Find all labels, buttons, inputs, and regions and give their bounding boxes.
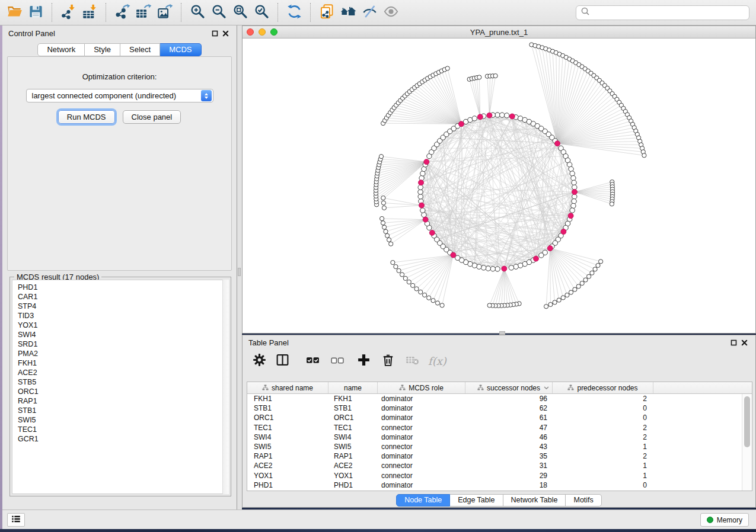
- zoom-fit-button[interactable]: [229, 1, 251, 24]
- import-table-button[interactable]: [79, 1, 100, 24]
- cell-predecessor-nodes: 0: [553, 414, 653, 422]
- tab-network-table[interactable]: Network Table: [503, 494, 566, 507]
- export-table-icon: [136, 4, 152, 22]
- table-row[interactable]: FKH1FKH1dominator962: [247, 394, 752, 403]
- table-row[interactable]: ACE2ACE2connector311: [247, 461, 752, 470]
- network-canvas[interactable]: [243, 39, 755, 333]
- import-network-icon: [60, 4, 76, 22]
- tab-edge-table[interactable]: Edge Table: [450, 494, 503, 507]
- mcds-result-item[interactable]: SWI4: [18, 330, 228, 339]
- mcds-result-item[interactable]: PHD1: [18, 283, 228, 292]
- cell-predecessor-nodes: 1: [553, 443, 653, 451]
- column-header-successor-nodes[interactable]: successor nodes: [465, 382, 553, 393]
- toolbar-separator: [52, 3, 52, 22]
- import-network-button[interactable]: [58, 1, 79, 24]
- mcds-result-item[interactable]: YOX1: [18, 321, 228, 330]
- table-row[interactable]: PHD1PHD1dominator180: [247, 480, 752, 490]
- minimize-window-icon[interactable]: [259, 28, 266, 36]
- zoom-out-icon: [211, 4, 227, 22]
- export-network-button[interactable]: [111, 1, 133, 24]
- close-window-icon[interactable]: [247, 28, 254, 36]
- mcds-result-item[interactable]: TEC1: [18, 425, 228, 434]
- memory-button[interactable]: Memory: [700, 513, 749, 527]
- mcds-result-item[interactable]: SRD1: [18, 339, 228, 349]
- save-session-button[interactable]: [25, 1, 46, 24]
- network-window-title: YPA_prune.txt_1: [243, 28, 755, 37]
- table-row[interactable]: SWI4SWI4dominator462: [247, 432, 752, 442]
- show-columns-button[interactable]: [275, 352, 290, 370]
- export-table-button[interactable]: [133, 1, 154, 24]
- delete-column-button[interactable]: [381, 352, 395, 370]
- column-header-MCDS-role[interactable]: MCDS role: [378, 382, 465, 393]
- close-panel-button[interactable]: Close panel: [123, 110, 181, 124]
- tab-style[interactable]: Style: [85, 43, 120, 56]
- mcds-result-item[interactable]: PMA2: [18, 349, 228, 358]
- apply-layout-button[interactable]: [283, 1, 305, 24]
- open-session-button[interactable]: [4, 1, 25, 24]
- mcds-result-item[interactable]: TID3: [18, 311, 228, 321]
- mcds-result-item[interactable]: STB1: [18, 406, 228, 415]
- float-panel-icon[interactable]: [209, 28, 220, 39]
- mcds-result-item[interactable]: FKH1: [18, 358, 228, 368]
- export-image-button[interactable]: [154, 1, 176, 24]
- mcds-result-item[interactable]: STP4: [18, 302, 228, 311]
- deselect-all-button[interactable]: [330, 352, 344, 370]
- table-row[interactable]: RAP1RAP1dominator352: [247, 451, 752, 461]
- table-row[interactable]: ORC1ORC1dominator610: [247, 413, 752, 422]
- close-table-panel-icon[interactable]: [739, 337, 749, 348]
- tab-mcds[interactable]: MCDS: [160, 43, 201, 56]
- float-table-panel-icon[interactable]: [728, 337, 739, 348]
- table-row[interactable]: YOX1YOX1connector291: [247, 471, 752, 480]
- scrollbar-thumb[interactable]: [744, 396, 750, 447]
- show-all-button[interactable]: [337, 1, 359, 24]
- delete-table-icon: [405, 352, 420, 370]
- mcds-result-item[interactable]: RAP1: [18, 396, 228, 406]
- close-panel-icon[interactable]: [220, 28, 231, 39]
- select-all-button[interactable]: [305, 352, 320, 370]
- mcds-result-item[interactable]: STB5: [18, 377, 228, 387]
- run-mcds-button[interactable]: Run MCDS: [58, 110, 115, 124]
- cell-successor-nodes: 29: [465, 472, 553, 480]
- search-box[interactable]: [576, 5, 749, 20]
- network-window-titlebar[interactable]: YPA_prune.txt_1: [243, 26, 755, 39]
- add-column-button[interactable]: [356, 352, 371, 370]
- table-settings-button[interactable]: [252, 352, 267, 370]
- mcds-result-item[interactable]: CAR1: [18, 292, 228, 302]
- column-header-name[interactable]: name: [328, 382, 378, 393]
- mcds-list-scrollbar[interactable]: [222, 280, 229, 494]
- mcds-result-item[interactable]: SWI5: [18, 415, 228, 425]
- zoom-selected-button[interactable]: [251, 1, 272, 24]
- zoom-out-button[interactable]: [208, 1, 229, 24]
- panel-divider[interactable]: [237, 25, 242, 509]
- hide-eye-icon: [362, 4, 378, 22]
- task-history-button[interactable]: [7, 513, 25, 527]
- criterion-dropdown-value: largest connected component (undirected): [27, 91, 201, 100]
- delete-table-button[interactable]: [405, 352, 420, 370]
- table-row[interactable]: TEC1TEC1connector472: [247, 423, 752, 432]
- tab-motifs[interactable]: Motifs: [566, 494, 601, 507]
- mcds-result-item[interactable]: ORC1: [18, 387, 228, 396]
- column-header-predecessor-nodes[interactable]: predecessor nodes: [553, 382, 653, 393]
- table-row[interactable]: STB1STB1dominator620: [247, 403, 752, 413]
- mcds-result-item[interactable]: GCR1: [18, 434, 228, 444]
- mcds-result-item[interactable]: ACE2: [18, 368, 228, 377]
- tab-select[interactable]: Select: [120, 43, 160, 56]
- column-header-shared-name[interactable]: shared name: [247, 382, 328, 393]
- table-toolbar: f(x): [243, 350, 755, 373]
- tab-network[interactable]: Network: [37, 43, 85, 56]
- criterion-dropdown[interactable]: largest connected component (undirected): [26, 89, 213, 102]
- divider-grip[interactable]: [238, 268, 241, 276]
- table-row[interactable]: SWI5SWI5connector431: [247, 442, 752, 451]
- tab-node-table[interactable]: Node Table: [396, 494, 450, 507]
- search-input[interactable]: [590, 7, 749, 18]
- mcds-result-group: MCDS result (17 nodes) PHD1CAR1STP4TID3Y…: [9, 277, 231, 496]
- zoom-in-button[interactable]: [187, 1, 208, 24]
- maximize-window-icon[interactable]: [270, 28, 277, 36]
- hide-selected-button[interactable]: [359, 1, 380, 24]
- function-builder-button[interactable]: f(x): [428, 355, 446, 367]
- table-panel-grip[interactable]: [499, 331, 505, 335]
- clone-network-button[interactable]: [316, 1, 337, 24]
- show-hidden-button[interactable]: [380, 1, 401, 24]
- mcds-result-list[interactable]: PHD1CAR1STP4TID3YOX1SWI4SRD1PMA2FKH1ACE2…: [12, 280, 229, 494]
- table-scrollbar[interactable]: [742, 394, 752, 491]
